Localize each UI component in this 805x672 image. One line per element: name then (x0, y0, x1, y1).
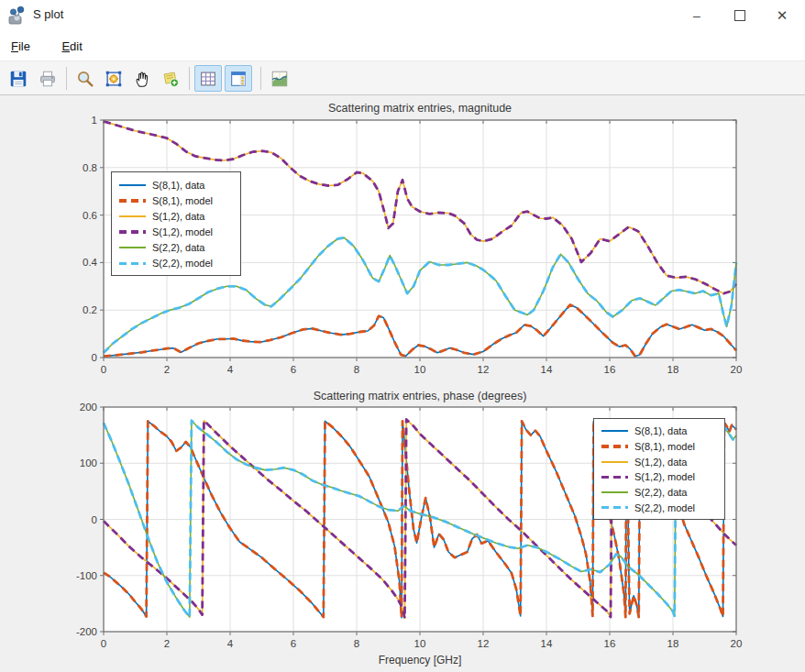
note-plus-icon (160, 69, 181, 89)
svg-text:100: 100 (80, 457, 97, 468)
figure-canvas: Scattering matrix entries, magnitude 024… (0, 95, 805, 672)
svg-text:16: 16 (604, 638, 616, 649)
svg-text:1: 1 (92, 115, 97, 126)
minimize-icon: – (693, 8, 700, 23)
svg-text:0.6: 0.6 (83, 210, 97, 221)
hand-icon (132, 69, 152, 89)
grid-toggle-button[interactable] (194, 65, 222, 92)
x-axis-label: Frequency [GHz] (104, 654, 736, 666)
svg-text:0.8: 0.8 (83, 162, 97, 173)
legend-label: S(8,1), data (634, 425, 687, 436)
svg-text:8: 8 (354, 638, 359, 649)
legend-entry[interactable]: S(2,2), data (601, 485, 717, 501)
legend-entry[interactable]: S(2,2), model (119, 256, 233, 271)
dashed-line-sample (601, 506, 628, 510)
svg-text:200: 200 (80, 402, 97, 413)
svg-text:18: 18 (667, 638, 679, 649)
title-bar: S plot – ✕ (0, 0, 805, 31)
svg-text:20: 20 (731, 364, 743, 375)
legend-entry[interactable]: S(1,2), data (119, 208, 233, 224)
zoom-button[interactable] (72, 65, 99, 92)
grid-icon (198, 69, 218, 89)
maximize-button[interactable] (719, 0, 761, 31)
svg-text:2: 2 (164, 638, 170, 649)
legend-entry[interactable]: S(1,2), model (601, 469, 717, 485)
close-button[interactable]: ✕ (761, 0, 803, 31)
svg-text:14: 14 (541, 638, 553, 649)
menu-file[interactable]: File (4, 38, 38, 55)
solid-line-sample (119, 215, 146, 217)
legend-label: S(2,2), data (634, 487, 687, 498)
legend-label: S(1,2), model (152, 226, 213, 237)
pan-button[interactable] (128, 65, 156, 92)
svg-text:4: 4 (227, 364, 234, 375)
save-button[interactable] (5, 65, 32, 92)
plot-browser-button[interactable] (266, 65, 293, 92)
solid-line-sample (119, 184, 146, 186)
svg-text:12: 12 (478, 364, 490, 375)
minimize-button[interactable]: – (676, 0, 718, 31)
toolbar-separator (260, 67, 261, 90)
toolbar-separator (66, 67, 67, 90)
svg-text:10: 10 (414, 364, 426, 375)
zoom-region-button[interactable] (100, 65, 127, 92)
svg-text:8: 8 (354, 364, 359, 375)
legend-entry[interactable]: S(2,2), model (601, 500, 717, 515)
magnitude-legend[interactable]: S(8,1), dataS(8,1), modelS(1,2), dataS(1… (111, 171, 241, 276)
svg-text:-100: -100 (76, 570, 97, 581)
dashed-line-sample (601, 445, 628, 448)
svg-text:12: 12 (478, 638, 490, 649)
svg-text:6: 6 (291, 364, 296, 375)
legend-entry[interactable]: S(1,2), model (119, 225, 233, 240)
solid-line-sample (601, 491, 628, 493)
svg-text:6: 6 (291, 638, 296, 649)
phase-legend[interactable]: S(8,1), dataS(8,1), modelS(1,2), dataS(1… (593, 418, 725, 520)
legend-label: S(8,1), model (634, 441, 695, 452)
solid-line-sample (601, 461, 628, 463)
svg-text:0.2: 0.2 (83, 304, 97, 315)
legend-label: S(2,2), model (152, 258, 213, 269)
figure-window: S plot – ✕ File Edit (0, 0, 805, 672)
menu-edit[interactable]: Edit (54, 38, 89, 55)
mini-plot-icon (270, 69, 290, 89)
svg-text:-200: -200 (76, 626, 97, 637)
svg-text:20: 20 (731, 638, 743, 649)
solid-line-sample (119, 247, 146, 248)
legend-label: S(1,2), data (152, 211, 204, 222)
svg-text:0: 0 (101, 638, 106, 649)
legend-entry[interactable]: S(8,1), model (119, 193, 233, 208)
legend-entry[interactable]: S(1,2), data (601, 454, 717, 469)
svg-text:14: 14 (541, 364, 553, 375)
svg-text:16: 16 (604, 364, 616, 375)
printer-icon (38, 69, 58, 89)
menu-bar: File Edit (0, 31, 805, 61)
solid-line-sample (601, 430, 628, 432)
toolbar (0, 61, 805, 95)
svg-text:2: 2 (164, 364, 170, 375)
svg-text:0.4: 0.4 (83, 257, 98, 268)
svg-text:0: 0 (92, 514, 97, 525)
toolbar-separator (189, 67, 190, 90)
close-icon: ✕ (777, 7, 788, 24)
dashed-line-sample (119, 262, 146, 266)
legend-entry[interactable]: S(8,1), model (601, 439, 717, 455)
svg-text:4: 4 (227, 638, 234, 649)
legend-entry[interactable]: S(8,1), data (601, 424, 717, 439)
maximize-icon (734, 10, 745, 21)
legend-entry[interactable]: S(8,1), data (119, 177, 233, 193)
panel-window-icon (228, 69, 248, 89)
legend-label: S(8,1), data (152, 180, 204, 191)
svg-text:0: 0 (101, 364, 106, 375)
legend-entry[interactable]: S(2,2), data (119, 240, 233, 256)
legend-label: S(1,2), model (634, 471, 695, 482)
property-editor-button[interactable] (225, 65, 252, 92)
window-title: S plot (33, 7, 63, 21)
svg-text:18: 18 (667, 364, 679, 375)
legend-label: S(1,2), data (634, 457, 687, 468)
legend-label: S(2,2), data (152, 242, 204, 253)
print-button[interactable] (34, 65, 61, 92)
legend-label: S(2,2), model (634, 502, 695, 513)
svg-text:10: 10 (414, 638, 426, 649)
datatip-button[interactable] (157, 65, 184, 92)
magnifier-icon (75, 69, 95, 89)
